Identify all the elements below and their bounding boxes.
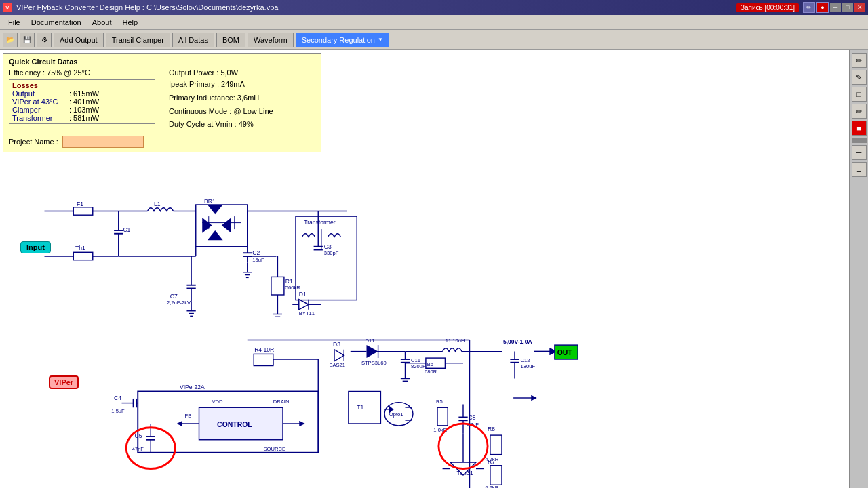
svg-text:STPS3L60: STPS3L60 [361, 360, 387, 366]
svg-text:F1: F1 [77, 201, 83, 207]
svg-text:Th1: Th1 [75, 245, 85, 251]
menu-about[interactable]: About [87, 17, 117, 28]
bom-button[interactable]: BOM [216, 33, 245, 47]
loss-output-label: Output [12, 89, 66, 98]
project-name-row: Project Name : [9, 136, 315, 148]
toolbar-save-icon[interactable]: 💾 [20, 33, 35, 47]
svg-text:C4: C4 [114, 394, 121, 401]
right-sidebar: ✏ ✎ □ ✏ ■ ─ ± [849, 50, 868, 488]
svg-text:B6: B6 [427, 361, 433, 367]
record-badge: Запись [00:00:31] [736, 3, 799, 12]
transil-clamper-button[interactable]: Transil Clamper [106, 33, 170, 47]
input-label: Input [20, 241, 51, 253]
close-button[interactable]: ✕ [854, 3, 865, 12]
pencil-icon[interactable]: ✏ [803, 2, 815, 13]
svg-text:OUT: OUT [557, 349, 573, 357]
toolbar-folder-icon[interactable]: 📂 [3, 33, 18, 47]
menu-documentation[interactable]: Documentation [26, 17, 87, 28]
project-name-input[interactable] [62, 136, 144, 148]
loss-clamper-value: : 103mW [69, 106, 99, 114]
svg-text:C12: C12 [521, 357, 530, 363]
svg-rect-6 [73, 252, 93, 260]
titlebar-left: V VIPer Flyback Converter Design Help : … [3, 3, 278, 12]
output-power-value: Output Power : 5,0W [169, 68, 315, 77]
svg-text:DRAIN: DRAIN [273, 399, 290, 405]
svg-text:BR1: BR1 [204, 198, 216, 205]
loss-transformer-value: : 581mW [69, 114, 99, 122]
svg-text:820uF: 820uF [411, 363, 426, 369]
schematic-area[interactable]: Quick Circuit Datas Efficiency : 75% @ 2… [0, 50, 849, 488]
svg-rect-45 [271, 277, 284, 295]
menu-help[interactable]: Help [117, 17, 143, 28]
svg-text:BAS21: BAS21 [329, 362, 345, 368]
menu-file[interactable]: File [3, 17, 26, 28]
loss-clamper-label: Clamper [12, 106, 66, 114]
waveform-button[interactable]: Waveform [248, 33, 294, 47]
svg-text:5,00V-1,0A: 5,00V-1,0A [503, 338, 532, 345]
duty-cycle: Duty Cycle at Vmin : 49% [169, 118, 315, 131]
svg-rect-146 [254, 354, 273, 365]
project-name-label: Project Name : [9, 138, 58, 146]
svg-text:2,2nF-2kV: 2,2nF-2kV [167, 300, 191, 306]
pen-tool-button[interactable]: ✏ [852, 53, 867, 68]
viper-chip-label: VIPer [49, 375, 79, 389]
svg-text:C1: C1 [123, 226, 130, 233]
titlebar-controls[interactable]: Запись [00:00:31] ✏ ● ─ □ ✕ [736, 2, 865, 13]
main-area: Quick Circuit Datas Efficiency : 75% @ 2… [0, 50, 868, 488]
loss-output-value: : 615mW [69, 89, 99, 98]
svg-rect-115 [437, 407, 448, 426]
svg-text:R4 10R: R4 10R [254, 346, 274, 353]
add-output-button[interactable]: Add Output [54, 33, 104, 47]
record-red-icon[interactable]: ● [816, 2, 829, 13]
svg-text:1,5uF: 1,5uF [111, 408, 125, 414]
maximize-button[interactable]: □ [842, 3, 853, 12]
svg-text:Transformer: Transformer [304, 219, 335, 226]
svg-text:BYT11: BYT11 [299, 310, 315, 317]
primary-inductance: Primary Inductance: 3,6mH [169, 92, 315, 105]
secondary-regulation-button[interactable]: Secondary Regulation ▼ [296, 33, 389, 47]
svg-text:T1: T1 [357, 404, 363, 411]
fill-tool-button[interactable]: ■ [852, 121, 867, 136]
loss-viper-value: : 401mW [69, 98, 99, 106]
titlebar-title: VIPer Flyback Converter Design Help : C:… [16, 3, 278, 12]
svg-text:Opto1: Opto1 [389, 411, 403, 418]
plus-minus-button[interactable]: ± [852, 162, 867, 177]
minus-tool-button[interactable]: ─ [852, 145, 867, 160]
efficiency-value: Efficiency : 75% @ 25°C [9, 68, 155, 77]
svg-text:4,7kR: 4,7kR [485, 485, 498, 488]
svg-rect-128 [490, 435, 502, 455]
svg-text:C7: C7 [170, 293, 178, 300]
dropdown-arrow-icon: ▼ [378, 37, 383, 43]
continuous-mode: Continuous Mode : @ Low Line [169, 105, 315, 119]
svg-text:680R: 680R [425, 369, 437, 375]
svg-text:R1: R1 [285, 278, 293, 285]
loss-transformer-label: Transformer [12, 114, 66, 122]
pen-tool-2-button[interactable]: ✎ [852, 70, 867, 85]
svg-text:D1: D1 [299, 291, 307, 298]
svg-text:L11 10uH: L11 10uH [443, 338, 465, 344]
quick-data-title: Quick Circuit Datas [9, 58, 315, 66]
app-logo: V [3, 3, 12, 12]
toolbar-settings-icon[interactable]: ⚙ [37, 33, 52, 47]
svg-text:330pF: 330pF [324, 250, 339, 256]
svg-text:CONTROL: CONTROL [217, 421, 252, 428]
svg-rect-2 [73, 207, 93, 215]
window-buttons[interactable]: ─ □ ✕ [830, 3, 865, 12]
losses-title: Losses [12, 81, 152, 89]
svg-text:R5: R5 [436, 399, 443, 405]
svg-text:C2: C2 [252, 249, 260, 256]
svg-rect-131 [490, 466, 502, 485]
all-datas-button[interactable]: All Datas [172, 33, 214, 47]
svg-text:D11: D11 [366, 338, 375, 344]
svg-rect-108 [349, 392, 381, 424]
svg-text:15uF: 15uF [252, 257, 264, 263]
svg-text:C5: C5 [135, 432, 142, 439]
svg-text:FB: FB [185, 413, 192, 419]
square-tool-button[interactable]: □ [852, 87, 867, 102]
svg-text:D3: D3 [333, 341, 340, 348]
loss-viper-label: VIPer at 43°C [12, 98, 66, 106]
brush-tool-button[interactable]: ✏ [852, 104, 867, 119]
svg-text:C3: C3 [324, 243, 332, 250]
svg-text:L1: L1 [154, 201, 161, 207]
minimize-button[interactable]: ─ [830, 3, 841, 12]
